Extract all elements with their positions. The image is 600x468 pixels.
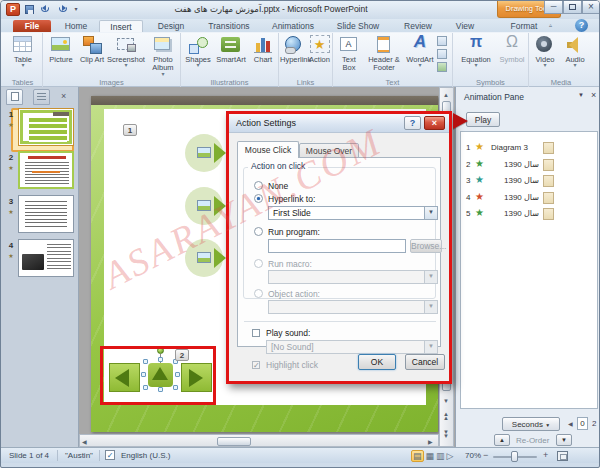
timeline-zoom-out-icon[interactable]: ◀ — [568, 420, 573, 427]
zoom-percent[interactable]: 70% — [465, 451, 481, 460]
tab-design[interactable]: Design — [147, 20, 195, 33]
reorder-up-button[interactable]: ▲ — [494, 434, 510, 446]
clip-art-button[interactable]: Clip Art — [79, 34, 105, 78]
object-action-radio[interactable] — [254, 289, 263, 298]
smartart-button[interactable]: SmartArt — [215, 34, 247, 78]
slide-thumbnail-4[interactable]: 4 ★ — [4, 239, 77, 279]
symbol-button[interactable]: ΩSymbol — [497, 34, 527, 78]
pane-menu-icon[interactable]: ▼ — [578, 92, 584, 98]
run-macro-radio[interactable] — [254, 259, 263, 268]
spell-check-icon[interactable]: ✓ — [105, 450, 115, 460]
slide-thumbnail-3[interactable]: 3 ★ — [4, 195, 77, 235]
timing-bar[interactable] — [543, 208, 554, 220]
tab-insert[interactable]: Insert — [99, 20, 143, 33]
tab-format[interactable]: Format — [501, 20, 547, 33]
slide-show-button[interactable]: ▷ — [447, 451, 454, 461]
dialog-close-button[interactable]: × — [424, 116, 445, 130]
equation-button[interactable]: πEquation — [457, 34, 495, 78]
tab-transitions[interactable]: Transitions — [199, 20, 259, 33]
close-slides-panel-icon[interactable]: × — [61, 91, 66, 101]
diagram-circle-2[interactable] — [185, 187, 223, 225]
zoom-slider-thumb[interactable] — [511, 451, 518, 462]
zoom-in-button[interactable]: + — [543, 450, 548, 460]
animation-item[interactable]: 2 ★ سال 1390 — [461, 157, 597, 173]
tab-file[interactable]: File — [13, 20, 51, 33]
diagram-circle-1[interactable] — [185, 134, 223, 172]
tab-home[interactable]: Home — [56, 20, 96, 33]
slides-tab[interactable] — [6, 89, 23, 105]
run-program-radio[interactable] — [254, 227, 263, 236]
close-button[interactable]: × — [582, 1, 600, 14]
slide-number-button[interactable] — [437, 49, 447, 59]
slide-thumbnail-1[interactable]: 1 ★ — [4, 108, 77, 148]
none-label[interactable]: None — [268, 181, 288, 191]
qat-customize-button[interactable]: ▾ — [69, 3, 83, 16]
audio-button[interactable]: Audio — [561, 34, 589, 78]
hyperlink-to-combobox[interactable]: First Slide▼ — [268, 206, 438, 220]
dialog-help-button[interactable]: ? — [404, 116, 421, 130]
browse-button[interactable]: Browse... — [410, 239, 442, 253]
slide-thumbnail-2[interactable]: 2 ★ — [4, 151, 77, 191]
hyperlink-button[interactable]: Hyperlink — [280, 34, 307, 78]
cancel-button[interactable]: Cancel — [405, 354, 445, 370]
powerpoint-app-icon[interactable]: P — [6, 3, 20, 16]
play-sound-checkbox[interactable] — [252, 329, 260, 337]
none-radio[interactable] — [254, 181, 263, 190]
timing-bar[interactable] — [543, 142, 554, 154]
insert-object-button[interactable] — [437, 62, 447, 72]
normal-view-button[interactable]: ▤ — [411, 450, 424, 462]
minimize-button[interactable]: ─ — [544, 1, 563, 14]
horizontal-scroll-thumb[interactable] — [217, 437, 251, 446]
reading-view-button[interactable]: ▥ — [436, 451, 445, 461]
scroll-right-icon[interactable]: ▶ — [428, 437, 433, 447]
header-footer-button[interactable]: Header & Footer — [365, 34, 403, 78]
hyperlink-to-radio[interactable] — [254, 194, 263, 203]
run-program-label[interactable]: Run program: — [268, 227, 320, 237]
play-button[interactable]: Play — [466, 112, 500, 127]
hyperlink-to-label[interactable]: Hyperlink to: — [268, 194, 315, 204]
photo-album-button[interactable]: Photo Album — [147, 34, 179, 78]
tab-animations[interactable]: Animations — [263, 20, 323, 33]
text-box-button[interactable]: AText Box — [335, 34, 363, 78]
tab-view[interactable]: View — [447, 20, 483, 33]
table-button[interactable]: Table — [6, 34, 40, 78]
run-program-input[interactable] — [268, 239, 406, 253]
help-button[interactable]: ? — [575, 19, 588, 32]
tab-mouse-over[interactable]: Mouse Over — [299, 143, 359, 158]
slide-sorter-view-button[interactable]: ▦ — [426, 451, 435, 461]
screenshot-button[interactable]: Screenshot — [107, 34, 145, 78]
previous-slide-button[interactable]: ▲▲ — [443, 410, 449, 420]
play-sound-label[interactable]: Play sound: — [266, 328, 310, 338]
seconds-dropdown[interactable]: Seconds ▼ — [502, 417, 560, 431]
animation-item[interactable]: 1 ★ Diagram 3 — [461, 140, 597, 156]
ok-button[interactable]: OK — [358, 354, 396, 370]
redo-button[interactable] — [55, 3, 69, 16]
scroll-left-icon[interactable]: ◀ — [82, 437, 87, 447]
maximize-button[interactable] — [563, 1, 582, 14]
date-time-button[interactable] — [437, 36, 447, 46]
wordart-button[interactable]: AWordArt — [405, 34, 435, 78]
animation-item[interactable]: 5 ★ سال 1390 — [461, 206, 597, 222]
close-pane-icon[interactable]: × — [591, 90, 596, 100]
save-button[interactable] — [23, 3, 37, 16]
timing-bar[interactable] — [543, 192, 554, 204]
picture-button[interactable]: Picture — [45, 34, 77, 78]
animation-item[interactable]: 4 ★ سال 1390 — [461, 190, 597, 206]
timing-bar[interactable] — [543, 159, 554, 171]
zoom-out-button[interactable]: − — [483, 450, 488, 460]
chart-button[interactable]: Chart — [249, 34, 277, 78]
timing-bar[interactable] — [543, 175, 554, 187]
undo-button[interactable] — [39, 3, 53, 16]
animation-item[interactable]: 3 ★ سال 1390 — [461, 173, 597, 189]
collapse-ribbon-icon[interactable]: ▵ — [549, 21, 552, 28]
action-button[interactable]: ★Action — [307, 34, 332, 78]
horizontal-scrollbar[interactable]: ◀ ▶ — [79, 434, 439, 447]
video-button[interactable]: Video — [531, 34, 559, 78]
shapes-button[interactable]: Shapes — [183, 34, 213, 78]
tab-mouse-click[interactable]: Mouse Click — [237, 141, 299, 158]
reorder-down-button[interactable]: ▼ — [556, 434, 572, 446]
tab-review[interactable]: Review — [395, 20, 441, 33]
tab-slide-show[interactable]: Slide Show — [327, 20, 389, 33]
scroll-down-icon[interactable]: ▼ — [443, 396, 449, 406]
language-indicator[interactable]: English (U.S.) — [121, 451, 170, 460]
